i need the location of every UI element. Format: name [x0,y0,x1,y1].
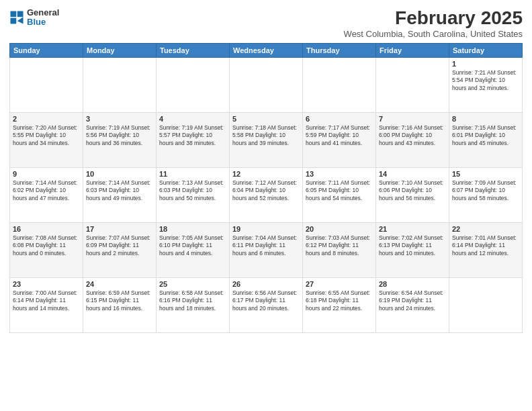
calendar-cell: 19Sunrise: 7:04 AM Sunset: 6:11 PM Dayli… [230,222,303,277]
calendar-cell: 2Sunrise: 7:20 AM Sunset: 5:55 PM Daylig… [10,112,83,167]
day-number: 9 [13,170,80,178]
svg-rect-1 [17,11,24,17]
day-number: 13 [306,170,373,178]
day-info: Sunrise: 7:14 AM Sunset: 6:03 PM Dayligh… [86,179,153,202]
calendar-cell: 1Sunrise: 7:21 AM Sunset: 5:54 PM Daylig… [449,57,523,112]
calendar-cell: 20Sunrise: 7:03 AM Sunset: 6:12 PM Dayli… [303,222,376,277]
calendar-cell: 23Sunrise: 7:00 AM Sunset: 6:14 PM Dayli… [10,277,83,332]
calendar-cell [376,57,449,112]
day-info: Sunrise: 7:21 AM Sunset: 5:54 PM Dayligh… [452,69,519,92]
calendar-cell: 5Sunrise: 7:18 AM Sunset: 5:58 PM Daylig… [230,112,303,167]
week-row-0: 1Sunrise: 7:21 AM Sunset: 5:54 PM Daylig… [10,57,523,112]
day-info: Sunrise: 7:16 AM Sunset: 6:00 PM Dayligh… [379,124,446,147]
day-number: 18 [159,225,226,233]
day-info: Sunrise: 7:20 AM Sunset: 5:55 PM Dayligh… [13,124,80,147]
day-number: 8 [452,115,519,123]
calendar-table: SundayMondayTuesdayWednesdayThursdayFrid… [9,43,523,333]
day-number: 24 [86,280,153,288]
day-number: 5 [232,115,300,123]
day-number: 15 [452,170,519,178]
calendar-cell: 24Sunrise: 6:59 AM Sunset: 6:15 PM Dayli… [83,277,157,332]
day-number: 14 [379,170,446,178]
logo-general-text: General [27,8,59,17]
calendar-cell: 3Sunrise: 7:19 AM Sunset: 5:56 PM Daylig… [83,112,157,167]
day-info: Sunrise: 7:05 AM Sunset: 6:10 PM Dayligh… [159,234,226,257]
svg-marker-3 [17,17,24,24]
day-header-tuesday: Tuesday [157,43,230,57]
day-info: Sunrise: 6:56 AM Sunset: 6:17 PM Dayligh… [232,289,300,312]
calendar-cell: 8Sunrise: 7:15 AM Sunset: 6:01 PM Daylig… [449,112,523,167]
day-number: 21 [379,225,446,233]
calendar-cell: 25Sunrise: 6:58 AM Sunset: 6:16 PM Dayli… [157,277,230,332]
svg-rect-2 [10,18,16,24]
day-number: 28 [379,280,446,288]
calendar-cell: 15Sunrise: 7:09 AM Sunset: 6:07 PM Dayli… [449,167,523,222]
day-info: Sunrise: 7:03 AM Sunset: 6:12 PM Dayligh… [306,234,373,257]
location: West Columbia, South Carolina, United St… [344,29,523,39]
month-title: February 2025 [344,8,523,29]
day-info: Sunrise: 7:18 AM Sunset: 5:58 PM Dayligh… [232,124,300,147]
calendar-cell: 10Sunrise: 7:14 AM Sunset: 6:03 PM Dayli… [83,167,157,222]
day-number: 19 [232,225,300,233]
day-header-saturday: Saturday [449,43,523,57]
day-info: Sunrise: 7:19 AM Sunset: 5:57 PM Dayligh… [159,124,226,147]
header: General Blue February 2025 West Columbia… [9,8,523,39]
calendar-cell [83,57,157,112]
logo: General Blue [9,8,59,28]
day-info: Sunrise: 7:15 AM Sunset: 6:01 PM Dayligh… [452,124,519,147]
day-number: 22 [452,225,519,233]
day-info: Sunrise: 7:10 AM Sunset: 6:06 PM Dayligh… [379,179,446,202]
day-number: 2 [13,115,80,123]
day-number: 6 [306,115,373,123]
svg-rect-0 [10,11,16,17]
title-area: February 2025 West Columbia, South Carol… [344,8,523,39]
calendar-cell: 26Sunrise: 6:56 AM Sunset: 6:17 PM Dayli… [230,277,303,332]
day-number: 10 [86,170,153,178]
day-number: 23 [13,280,80,288]
day-header-friday: Friday [376,43,449,57]
calendar-cell: 14Sunrise: 7:10 AM Sunset: 6:06 PM Dayli… [376,167,449,222]
calendar-cell: 11Sunrise: 7:13 AM Sunset: 6:03 PM Dayli… [157,167,230,222]
day-number: 1 [452,60,519,68]
calendar-cell [449,277,523,332]
calendar-cell: 4Sunrise: 7:19 AM Sunset: 5:57 PM Daylig… [157,112,230,167]
week-row-1: 2Sunrise: 7:20 AM Sunset: 5:55 PM Daylig… [10,112,523,167]
day-number: 25 [159,280,226,288]
calendar-cell [303,57,376,112]
day-number: 7 [379,115,446,123]
day-number: 12 [232,170,300,178]
general-blue-logo-icon [9,10,24,25]
day-info: Sunrise: 6:58 AM Sunset: 6:16 PM Dayligh… [159,289,226,312]
day-number: 17 [86,225,153,233]
day-number: 27 [306,280,373,288]
calendar-cell [230,57,303,112]
calendar-cell [10,57,83,112]
day-info: Sunrise: 7:14 AM Sunset: 6:02 PM Dayligh… [13,179,80,202]
calendar-cell: 12Sunrise: 7:12 AM Sunset: 6:04 PM Dayli… [230,167,303,222]
day-number: 11 [159,170,226,178]
calendar-cell: 22Sunrise: 7:01 AM Sunset: 6:14 PM Dayli… [449,222,523,277]
day-number: 20 [306,225,373,233]
day-info: Sunrise: 7:11 AM Sunset: 6:05 PM Dayligh… [306,179,373,202]
calendar-cell: 7Sunrise: 7:16 AM Sunset: 6:00 PM Daylig… [376,112,449,167]
calendar-cell [157,57,230,112]
day-header-sunday: Sunday [10,43,83,57]
day-info: Sunrise: 7:19 AM Sunset: 5:56 PM Dayligh… [86,124,153,147]
day-number: 3 [86,115,153,123]
calendar-cell: 9Sunrise: 7:14 AM Sunset: 6:02 PM Daylig… [10,167,83,222]
day-info: Sunrise: 7:13 AM Sunset: 6:03 PM Dayligh… [159,179,226,202]
week-row-2: 9Sunrise: 7:14 AM Sunset: 6:02 PM Daylig… [10,167,523,222]
day-info: Sunrise: 7:00 AM Sunset: 6:14 PM Dayligh… [13,289,80,312]
calendar-cell: 28Sunrise: 6:54 AM Sunset: 6:19 PM Dayli… [376,277,449,332]
day-header-thursday: Thursday [303,43,376,57]
day-info: Sunrise: 6:54 AM Sunset: 6:19 PM Dayligh… [379,289,446,312]
page: General Blue February 2025 West Columbia… [0,0,532,411]
calendar-cell: 16Sunrise: 7:08 AM Sunset: 6:08 PM Dayli… [10,222,83,277]
day-number: 16 [13,225,80,233]
calendar-cell: 6Sunrise: 7:17 AM Sunset: 5:59 PM Daylig… [303,112,376,167]
calendar-cell: 13Sunrise: 7:11 AM Sunset: 6:05 PM Dayli… [303,167,376,222]
day-number: 26 [232,280,300,288]
calendar-cell: 21Sunrise: 7:02 AM Sunset: 6:13 PM Dayli… [376,222,449,277]
calendar-header-row: SundayMondayTuesdayWednesdayThursdayFrid… [10,43,523,57]
day-header-monday: Monday [83,43,157,57]
